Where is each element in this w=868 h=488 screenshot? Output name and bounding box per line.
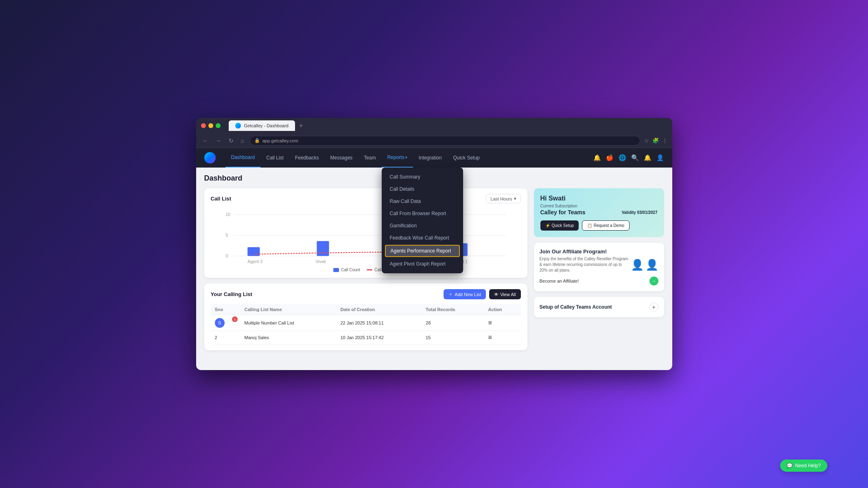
row2-name: Manoj Sales [240, 331, 336, 344]
request-demo-icon: 📋 [587, 223, 592, 228]
nav-item-reports[interactable]: Reports ▾ [382, 148, 413, 168]
svg-text:10: 10 [225, 212, 230, 217]
dropdown-item-agentpivot[interactable]: Agent Pivot Graph Report [382, 258, 463, 270]
affiliate-content: Enjoy the benefits of the Calley Reselle… [540, 256, 631, 273]
call-list-header: Call List Last Hours ▾ [211, 194, 521, 203]
need-help-button[interactable]: 💬 Need Help? [780, 460, 827, 472]
affiliate-figures: 👤 👤 [631, 259, 658, 271]
affiliate-link-text: Become an Affiliate! [540, 279, 579, 283]
brand-logo [204, 152, 216, 163]
dropdown-item-callfrombrowser[interactable]: Call From Browser Report [382, 207, 463, 220]
affiliate-body: Enjoy the benefits of the Calley Reselle… [540, 256, 658, 273]
whatsapp-icon: 💬 [787, 463, 793, 468]
row1-name: Multiple Number Call List [240, 315, 336, 331]
call-list-title: Call List [211, 196, 232, 202]
globe-icon[interactable]: 🌐 [619, 154, 626, 161]
dropdown-arrow-icon: ▾ [514, 196, 516, 201]
need-help-label: Need Help? [795, 463, 821, 468]
dropdown-item-rawcalldata[interactable]: Raw Call Data [382, 195, 463, 207]
nav-item-quicksetup[interactable]: Quick Setup [447, 148, 485, 168]
active-tab[interactable]: Getcalley - Dashboard [229, 120, 295, 131]
home-button[interactable]: ⌂ [239, 137, 246, 145]
browser-titlebar: Getcalley - Dashboard + [196, 118, 672, 133]
setup-title: Setup of Calley Teams Account [540, 304, 612, 310]
user-icon[interactable]: 👤 [656, 154, 664, 161]
bookmark-icon[interactable]: ☆ [644, 137, 649, 144]
nav-item-integration[interactable]: Integration [413, 148, 448, 168]
calling-list-table: Sno Calling List Name Date of Creation T… [211, 304, 521, 344]
nav-item-dashboard[interactable]: Dashboard [225, 148, 261, 168]
svg-text:Vivek: Vivek [315, 259, 326, 264]
address-bar[interactable]: 🔒 app.getcalley.com [250, 136, 640, 146]
extensions-icon[interactable]: 🧩 [652, 137, 659, 144]
eye-icon: 👁 [494, 292, 498, 297]
back-button[interactable]: ← [201, 137, 210, 145]
tab-favicon [235, 123, 241, 129]
arrow-right-icon: → [652, 278, 656, 284]
nav-item-feedbacks[interactable]: Feedbacks [289, 148, 325, 168]
affiliate-description: Enjoy the benefits of the Calley Reselle… [540, 256, 631, 273]
dropdown-item-agentsperformance[interactable]: Agents Performance Report [385, 245, 460, 257]
row2-action[interactable]: ≡ [484, 331, 521, 344]
legend-call-count: Call Count [333, 268, 360, 272]
row1-date: 22 Jan 2025 15:08:11 [336, 315, 422, 331]
add-new-list-button[interactable]: ＋ Add New List [444, 289, 486, 299]
forward-button[interactable]: → [214, 137, 223, 145]
browser-window: Getcalley - Dashboard + ← → ↻ ⌂ 🔒 app.ge… [196, 118, 672, 370]
maximize-button[interactable] [216, 123, 221, 128]
nav-item-messages[interactable]: Messages [325, 148, 359, 168]
search-icon[interactable]: 🔍 [631, 154, 639, 161]
quick-setup-button[interactable]: ⚡ Quick Setup [540, 220, 579, 231]
minimize-button[interactable] [208, 123, 213, 128]
dropdown-item-calldetails[interactable]: Call Details [382, 183, 463, 195]
refresh-button[interactable]: ↻ [227, 137, 235, 145]
svg-text:0: 0 [225, 253, 228, 258]
close-button[interactable] [201, 123, 206, 128]
calling-list-title: Your Calling List [211, 291, 252, 297]
row2-sno: 2 [211, 331, 241, 344]
call-count-swatch [333, 268, 339, 272]
affiliate-title: Join Our Affiliate Program! [540, 248, 658, 255]
navbar: Dashboard Call List Feedbacks Messages T… [196, 148, 672, 168]
legend-call-count-label: Call Count [341, 268, 360, 272]
nav-item-team[interactable]: Team [358, 148, 381, 168]
row1-avatar-wrap: S 1 [215, 318, 236, 328]
validity-text: Validity 03/01/2027 [622, 210, 658, 215]
col-sno: Sno [211, 304, 241, 315]
row1-notif-badge: 1 [232, 316, 238, 322]
tab-bar: Getcalley - Dashboard + [229, 120, 306, 131]
nav-item-calllist[interactable]: Call List [260, 148, 289, 168]
greeting-text: Hi Swati [540, 195, 658, 202]
svg-text:Agent 3: Agent 3 [247, 259, 262, 264]
calling-list-table-container: Sno Calling List Name Date of Creation T… [211, 304, 521, 344]
new-tab-button[interactable]: + [297, 122, 305, 129]
request-demo-button[interactable]: 📋 Request a Demo [582, 220, 630, 231]
dropdown-item-gamification[interactable]: Gamification [382, 220, 463, 232]
row1-records: 28 [422, 315, 484, 331]
calling-list-card: Your Calling List ＋ Add New List 👁 View … [204, 283, 527, 350]
traffic-lights [201, 123, 221, 128]
row1-action[interactable]: ≡ [484, 315, 521, 331]
last-hours-dropdown[interactable]: Last Hours ▾ [486, 194, 520, 203]
menu-icon[interactable]: ⋮ [662, 137, 667, 144]
chart-svg: 10 5 0 [211, 208, 521, 265]
last-hours-label: Last Hours [490, 196, 512, 201]
toolbar-icons: ☆ 🧩 ⋮ [644, 137, 667, 144]
col-date: Date of Creation [336, 304, 422, 315]
view-all-button[interactable]: 👁 View All [489, 289, 520, 299]
reports-dropdown: Call Summary Call Details Raw Call Data … [382, 168, 463, 273]
subscription-row: Calley for Teams Validity 03/01/2027 [540, 209, 658, 216]
setup-plus-button[interactable]: + [649, 303, 658, 312]
dropdown-item-feedbackwise[interactable]: Feedback Wise Call Report [382, 232, 463, 244]
notification-bell-icon[interactable]: 🔔 [593, 154, 601, 161]
plus-icon: ＋ [448, 291, 453, 297]
quick-setup-icon: ⚡ [545, 223, 550, 228]
table-row: 2 Manoj Sales 10 Jan 2025 15:17:42 15 ≡ [211, 331, 521, 344]
apple-icon[interactable]: 🍎 [606, 154, 614, 161]
validity-date: 03/01/2027 [637, 210, 657, 215]
alert-icon[interactable]: 🔔 [644, 154, 652, 161]
row2-records: 15 [422, 331, 484, 344]
nav-items: Dashboard Call List Feedbacks Messages T… [225, 148, 593, 168]
affiliate-arrow-button[interactable]: → [649, 277, 658, 285]
dropdown-item-callsummary[interactable]: Call Summary [382, 171, 463, 183]
